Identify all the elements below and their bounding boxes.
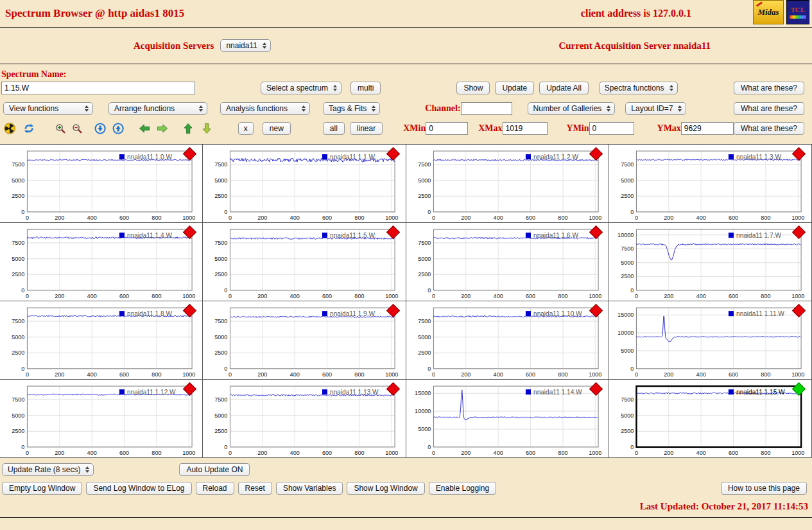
spectrum-plot-cell[interactable]: 025005000750002004006008001000nnaida11 1… — [203, 145, 406, 223]
multi-button[interactable]: multi — [350, 82, 381, 94]
svg-text:7500: 7500 — [621, 245, 634, 252]
send-log-window-button[interactable]: Send Log Window to ELog — [86, 482, 191, 495]
midas-logo-accent — [756, 1, 763, 6]
plot-legend-label: nnaida11 1.10.W — [533, 310, 582, 317]
ymin-input[interactable] — [589, 122, 634, 135]
svg-text:5000: 5000 — [418, 177, 431, 184]
midas-logo: Midas — [753, 0, 784, 24]
spectrum-plot-cell[interactable]: 025005000750002004006008001000nnaida11 1… — [0, 380, 203, 458]
arrow-right-icon[interactable] — [157, 121, 168, 136]
empty-log-window-button[interactable]: Empty Log Window — [2, 482, 82, 495]
arrow-down-circle-icon[interactable] — [94, 121, 106, 136]
spectrum-plot: 02500500075001000002004006008001000nnaid… — [609, 223, 811, 301]
svg-text:2500: 2500 — [418, 271, 431, 278]
spectrum-plot: 025005000750002004006008001000nnaida11 1… — [0, 301, 202, 379]
svg-text:1000: 1000 — [385, 450, 398, 456]
arrow-left-icon[interactable] — [139, 121, 150, 136]
plot-legend-label: nnaida11 1.0.W — [127, 154, 172, 161]
svg-text:200: 200 — [257, 293, 267, 299]
spectrum-plot-cell[interactable]: 025005000750002004006008001000nnaida11 1… — [609, 380, 812, 458]
reset-button[interactable]: Reset — [238, 482, 272, 495]
spectra-functions-select[interactable]: Spectra functions — [599, 82, 678, 94]
spectrum-plot-cell[interactable]: 025005000750002004006008001000nnaida11 1… — [406, 223, 609, 301]
analysis-functions-select[interactable]: Analysis functions — [220, 102, 310, 115]
select-arrows-icon — [85, 105, 89, 112]
svg-text:800: 800 — [761, 450, 770, 456]
zoom-out-icon[interactable] — [71, 121, 83, 136]
spectrum-plot-cell[interactable]: 05000100001500002004006008001000nnaida11… — [406, 380, 609, 458]
svg-text:2500: 2500 — [621, 193, 634, 199]
svg-text:7500: 7500 — [214, 396, 227, 403]
spectrum-name-input[interactable] — [1, 82, 195, 94]
svg-text:5000: 5000 — [214, 334, 227, 340]
zoom-in-icon[interactable] — [55, 121, 66, 136]
arrow-down-icon[interactable] — [201, 121, 212, 136]
controls-panel: Spectrum Name: Select a spectrum multi S… — [0, 64, 812, 144]
update-rate-select[interactable]: Update Rate (8 secs) — [2, 463, 94, 476]
xmin-label: XMin — [403, 123, 426, 134]
radiation-icon[interactable] — [4, 121, 15, 136]
linear-button[interactable]: linear — [350, 122, 383, 135]
spectrum-plot-cell[interactable]: 025005000750002004006008001000nnaida11 1… — [203, 223, 406, 301]
enable-logging-button[interactable]: Enable Logging — [429, 482, 496, 495]
layout-id-select[interactable]: Layout ID=7 — [625, 102, 686, 115]
all-button[interactable]: all — [323, 122, 345, 135]
xmax-label: XMax — [478, 123, 502, 134]
arrow-up-circle-icon[interactable] — [112, 121, 124, 136]
show-variables-button[interactable]: Show Variables — [276, 482, 343, 495]
svg-text:0: 0 — [229, 215, 232, 221]
plot-legend-label: nnaida11 1.11.W — [736, 310, 784, 317]
what-are-these-button[interactable]: What are these? — [734, 102, 804, 115]
view-functions-value: View functions — [9, 104, 58, 113]
spectrum-plot-cell[interactable]: 025005000750002004006008001000nnaida11 1… — [406, 301, 609, 380]
x-button[interactable]: x — [238, 122, 254, 135]
spectrum-plot-cell[interactable]: 025005000750002004006008001000nnaida11 1… — [0, 223, 203, 301]
ymax-input[interactable] — [681, 122, 734, 135]
xmin-input[interactable] — [426, 122, 468, 135]
channel-input[interactable] — [461, 102, 512, 115]
plot-legend-label: nnaida11 1.9.W — [330, 310, 375, 317]
svg-text:5000: 5000 — [12, 177, 24, 184]
tags-fits-select[interactable]: Tags & Fits — [323, 102, 380, 115]
acquisition-server-select[interactable]: nnaida11 — [220, 39, 271, 52]
select-a-spectrum-select[interactable]: Select a spectrum — [261, 82, 341, 94]
refresh-icon[interactable] — [23, 121, 35, 136]
how-to-use-button[interactable]: How to use this page — [721, 482, 807, 495]
svg-text:10000: 10000 — [415, 408, 431, 414]
svg-text:400: 400 — [87, 293, 97, 299]
select-arrows-icon — [85, 466, 89, 473]
number-of-galleries-select[interactable]: Number of Galleries — [528, 102, 616, 115]
spectrum-plot-cell[interactable]: 025005000750002004006008001000nnaida11 1… — [203, 301, 406, 380]
auto-update-button[interactable]: Auto Update ON — [179, 463, 250, 476]
svg-text:7500: 7500 — [214, 161, 227, 168]
arrow-up-icon[interactable] — [182, 121, 194, 136]
new-button[interactable]: new — [263, 122, 291, 135]
update-button[interactable]: Update — [495, 82, 534, 94]
update-all-button[interactable]: Update All — [539, 82, 589, 94]
svg-text:7500: 7500 — [12, 396, 24, 403]
svg-text:10000: 10000 — [618, 330, 634, 336]
spectrum-plot-cell[interactable]: 02500500075001000002004006008001000nnaid… — [609, 223, 812, 301]
spectrum-plot-cell[interactable]: 025005000750002004006008001000nnaida11 1… — [203, 380, 406, 458]
xmax-input[interactable] — [503, 122, 548, 135]
svg-text:400: 400 — [290, 215, 300, 221]
svg-text:1000: 1000 — [385, 293, 398, 299]
reload-button[interactable]: Reload — [196, 482, 234, 495]
arrange-functions-select[interactable]: Arrange functions — [108, 102, 207, 115]
spectrum-plot-cell[interactable]: 025005000750002004006008001000nnaida11 1… — [0, 145, 203, 223]
acquisition-row: Acquisition Servers nnaida11 Current Acq… — [0, 28, 812, 64]
what-are-these-button[interactable]: What are these? — [734, 82, 804, 94]
what-are-these-button[interactable]: What are these? — [734, 122, 804, 135]
view-functions-select[interactable]: View functions — [3, 102, 93, 115]
svg-text:600: 600 — [119, 215, 129, 221]
spectrum-plot-cell[interactable]: 025005000750002004006008001000nnaida11 1… — [0, 301, 203, 380]
spectrum-plot-cell[interactable]: 05000100001500002004006008001000nnaida11… — [609, 301, 812, 380]
show-button[interactable]: Show — [456, 82, 490, 94]
show-log-window-button[interactable]: Show Log Window — [347, 482, 424, 495]
spectrum-plot-cell[interactable]: 025005000750002004006008001000nnaida11 1… — [609, 145, 812, 223]
svg-text:800: 800 — [151, 215, 161, 221]
spectrum-plot-cell[interactable]: 025005000750002004006008001000nnaida11 1… — [406, 145, 609, 223]
svg-text:0: 0 — [630, 444, 634, 450]
svg-text:400: 400 — [493, 215, 503, 221]
plot-legend-label: nnaida11 1.5.W — [330, 232, 375, 239]
